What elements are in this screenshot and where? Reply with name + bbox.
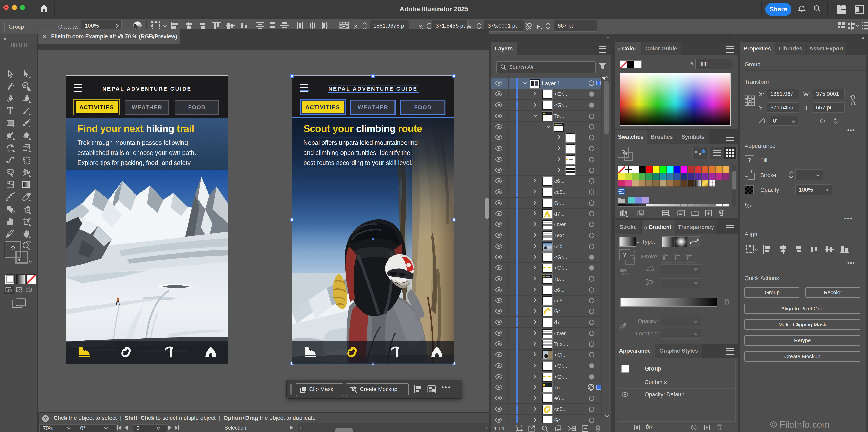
svg-text:?: ? (44, 415, 47, 422)
